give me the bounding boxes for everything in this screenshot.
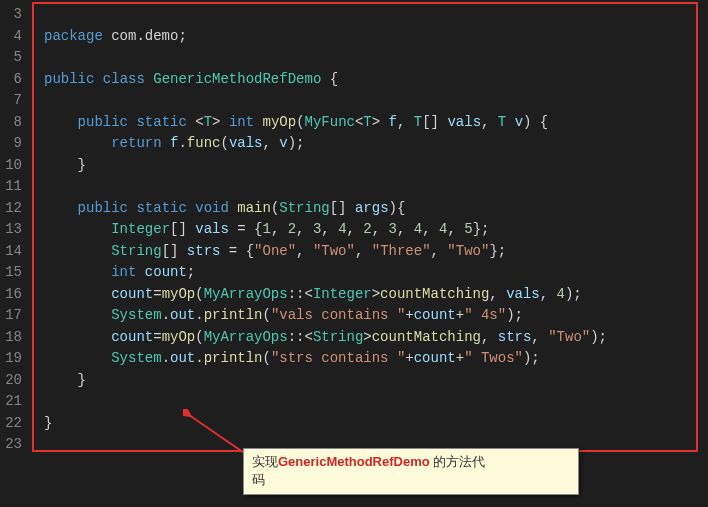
code-line[interactable]: return f.func(vals, v); (44, 133, 708, 155)
line-number: 12 (0, 198, 22, 220)
line-number: 17 (0, 305, 22, 327)
code-line[interactable]: Integer[] vals = {1, 2, 3, 4, 2, 3, 4, 4… (44, 219, 708, 241)
line-number: 14 (0, 241, 22, 263)
code-line[interactable] (44, 4, 708, 26)
line-number: 9 (0, 133, 22, 155)
code-line[interactable] (44, 176, 708, 198)
line-number: 22 (0, 413, 22, 435)
line-number: 11 (0, 176, 22, 198)
line-number: 21 (0, 391, 22, 413)
line-number: 15 (0, 262, 22, 284)
callout-text-suffix2: 码 (252, 472, 265, 487)
code-line[interactable]: public static <T> int myOp(MyFunc<T> f, … (44, 112, 708, 134)
code-line[interactable]: count=myOp(MyArrayOps::<String>countMatc… (44, 327, 708, 349)
callout-text-suffix1: 的方法代 (430, 454, 486, 469)
line-number: 7 (0, 90, 22, 112)
code-line[interactable] (44, 90, 708, 112)
line-number: 8 (0, 112, 22, 134)
code-line[interactable]: String[] strs = {"One", "Two", "Three", … (44, 241, 708, 263)
code-line[interactable]: } (44, 413, 708, 435)
line-number: 3 (0, 4, 22, 26)
line-number: 18 (0, 327, 22, 349)
code-line[interactable]: } (44, 370, 708, 392)
line-number: 23 (0, 434, 22, 456)
code-line[interactable]: System.out.println("vals contains "+coun… (44, 305, 708, 327)
code-line[interactable] (44, 391, 708, 413)
callout-text-prefix: 实现 (252, 454, 278, 469)
annotation-callout: 实现GenericMethodRefDemo 的方法代码 (243, 448, 579, 495)
line-number: 5 (0, 47, 22, 69)
line-number: 13 (0, 219, 22, 241)
code-content[interactable]: package com.demo; public class GenericMe… (30, 4, 708, 456)
code-line[interactable]: System.out.println("strs contains "+coun… (44, 348, 708, 370)
code-line[interactable]: int count; (44, 262, 708, 284)
code-line[interactable]: public class GenericMethodRefDemo { (44, 69, 708, 91)
line-number-gutter: 34567891011121314151617181920212223 (0, 0, 30, 507)
line-number: 19 (0, 348, 22, 370)
code-line[interactable]: public static void main(String[] args){ (44, 198, 708, 220)
line-number: 4 (0, 26, 22, 48)
code-line[interactable]: } (44, 155, 708, 177)
code-editor: 34567891011121314151617181920212223 pack… (0, 0, 708, 507)
code-area[interactable]: package com.demo; public class GenericMe… (30, 0, 708, 507)
line-number: 10 (0, 155, 22, 177)
line-number: 20 (0, 370, 22, 392)
code-line[interactable]: package com.demo; (44, 26, 708, 48)
code-line[interactable]: count=myOp(MyArrayOps::<Integer>countMat… (44, 284, 708, 306)
line-number: 16 (0, 284, 22, 306)
line-number: 6 (0, 69, 22, 91)
code-line[interactable] (44, 47, 708, 69)
callout-text-highlight: GenericMethodRefDemo (278, 454, 430, 469)
